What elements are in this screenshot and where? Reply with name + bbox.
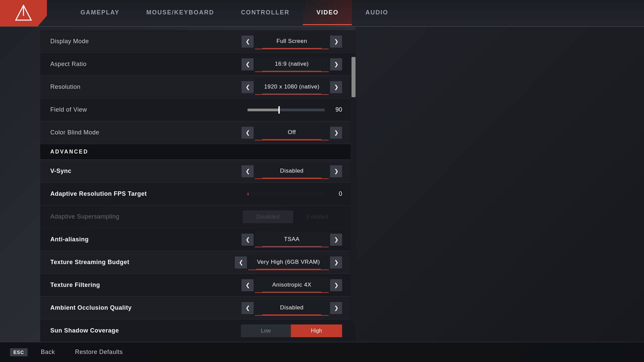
ambient-occlusion-control: Disabled — [241, 300, 342, 316]
display-mode-control: Full Screen — [241, 34, 342, 49]
chevron-right-icon — [334, 305, 338, 311]
adaptive-supersampling-disabled-button[interactable]: Disabled — [243, 210, 293, 223]
resolution-control: 644 x 362 (native) — [241, 79, 342, 95]
scrollbar-thumb[interactable] — [352, 57, 356, 97]
value-underline-gray — [262, 94, 321, 94]
texture-streaming-value: Very High (6GB VRAM) — [248, 255, 329, 270]
color-blind-row: Color Blind Mode Off — [40, 121, 356, 144]
adaptive-supersampling-enabled-button[interactable]: Enabled — [293, 210, 342, 223]
value-underline — [262, 139, 321, 140]
anti-aliasing-next-button[interactable] — [330, 234, 342, 246]
anti-aliasing-value: TSAA — [255, 232, 329, 247]
aspect-ratio-prev-button[interactable] — [241, 58, 254, 70]
vsync-next-button[interactable] — [330, 165, 342, 177]
texture-filtering-next-button[interactable] — [330, 279, 342, 291]
display-mode-value: Full Screen — [255, 34, 329, 49]
texture-filtering-control: Anisotropic 4X — [241, 278, 342, 293]
nav-tabs: GAMEPLAY MOUSE/KEYBOARD CONTROLLER VIDEO… — [67, 0, 401, 26]
fov-value: 90 — [329, 106, 342, 113]
bottom-bar: ESC Back Restore Defaults — [0, 342, 644, 362]
chevron-left-icon — [246, 282, 250, 288]
advanced-section-header: ADVANCED — [40, 144, 356, 160]
tab-video[interactable]: VIDEO — [303, 0, 352, 26]
resolution-value: 644 x 362 (native) — [255, 79, 329, 95]
fov-slider-thumb[interactable] — [278, 106, 280, 114]
anti-aliasing-control: TSAA — [241, 232, 342, 247]
ambient-occlusion-next-button[interactable] — [330, 302, 342, 314]
color-blind-prev-button[interactable] — [241, 127, 254, 139]
fov-slider-fill — [248, 109, 278, 111]
tab-controller[interactable]: CONTROLLER — [227, 0, 303, 26]
nav-bar: GAMEPLAY MOUSE/KEYBOARD CONTROLLER VIDEO… — [0, 0, 644, 27]
texture-filtering-row: Texture Filtering Anisotropic 4X — [40, 274, 356, 297]
tab-mouse-keyboard[interactable]: MOUSE/KEYBOARD — [133, 0, 227, 26]
texture-streaming-row: Texture Streaming Budget Very High (6GB … — [40, 251, 356, 274]
chevron-left-icon — [246, 236, 250, 243]
display-mode-prev-button[interactable] — [241, 36, 254, 48]
resolution-next-button[interactable] — [330, 81, 342, 93]
ambient-occlusion-prev-button[interactable] — [241, 302, 254, 314]
aspect-ratio-next-button[interactable] — [330, 58, 342, 70]
vsync-prev-button[interactable] — [241, 165, 254, 177]
advanced-title: ADVANCED — [50, 149, 88, 155]
vsync-label: V-Sync — [47, 168, 241, 175]
sun-shadow-label: Sun Shadow Coverage — [47, 327, 241, 334]
display-mode-next-button[interactable] — [330, 36, 342, 48]
color-blind-next-button[interactable] — [330, 127, 342, 139]
anti-aliasing-prev-button[interactable] — [241, 234, 254, 246]
value-underline-gray — [262, 292, 321, 292]
ambient-occlusion-row: Ambient Occlusion Quality Disabled — [40, 297, 356, 319]
chevron-left-icon — [246, 38, 250, 45]
aspect-ratio-row: Aspect Ratio 16:9 (native) — [40, 53, 356, 76]
texture-streaming-next-button[interactable] — [330, 256, 342, 268]
adaptive-fps-value: 0 — [329, 190, 342, 197]
chevron-left-icon — [246, 84, 250, 90]
right-panel — [356, 27, 644, 342]
scrollbar[interactable] — [351, 57, 356, 322]
apex-logo-icon — [14, 4, 33, 22]
texture-filtering-label: Texture Filtering — [47, 282, 241, 289]
fov-control: 90 — [248, 106, 342, 113]
tab-gameplay[interactable]: GAMEPLAY — [67, 0, 133, 26]
adaptive-fps-row: Adaptive Resolution FPS Target 0 — [40, 183, 356, 205]
texture-streaming-prev-button[interactable] — [235, 256, 247, 268]
fov-row: Field of View 90 — [40, 99, 356, 121]
sun-shadow-low-button[interactable]: Low — [241, 324, 291, 337]
chevron-right-icon — [334, 282, 338, 288]
chevron-right-icon — [334, 61, 338, 67]
chevron-left-icon — [246, 305, 250, 311]
aspect-ratio-control: 16:9 (native) — [241, 57, 342, 72]
color-blind-value: Off — [255, 125, 329, 140]
sun-shadow-control: Low High — [241, 324, 342, 337]
sun-shadow-row: Sun Shadow Coverage Low High — [40, 319, 356, 342]
sun-shadow-high-button[interactable]: High — [291, 324, 342, 337]
settings-panel: Display Mode Full Screen Aspect Ratio — [40, 30, 356, 342]
chevron-left-icon — [246, 168, 250, 174]
value-underline — [262, 314, 321, 315]
chevron-left-icon — [239, 259, 243, 265]
value-underline — [256, 269, 321, 269]
back-button[interactable]: Back — [41, 349, 55, 356]
value-underline — [262, 48, 321, 49]
value-underline-gray — [262, 246, 321, 247]
adaptive-supersampling-row: Adaptive Supersampling Disabled Enabled — [40, 205, 356, 228]
adaptive-supersampling-control: Disabled Enabled — [243, 210, 342, 223]
vsync-control: Disabled — [241, 164, 342, 179]
color-blind-label: Color Blind Mode — [47, 129, 241, 136]
restore-defaults-button[interactable]: Restore Defaults — [75, 349, 123, 356]
tab-audio[interactable]: AUDIO — [352, 0, 401, 26]
esc-badge: ESC — [10, 348, 28, 356]
main-content: Display Mode Full Screen Aspect Ratio — [0, 27, 644, 342]
fov-slider-track[interactable] — [248, 109, 325, 111]
color-blind-control: Off — [241, 125, 342, 140]
fps-slider-track[interactable] — [248, 193, 325, 195]
logo-area — [0, 0, 47, 26]
texture-streaming-label: Texture Streaming Budget — [47, 259, 235, 266]
display-mode-label: Display Mode — [47, 38, 241, 45]
value-underline-gray — [262, 71, 321, 71]
chevron-left-icon — [246, 61, 250, 67]
chevron-right-icon — [334, 259, 338, 265]
resolution-prev-button[interactable] — [241, 81, 254, 93]
display-mode-row: Display Mode Full Screen — [40, 30, 356, 53]
texture-filtering-prev-button[interactable] — [241, 279, 254, 291]
